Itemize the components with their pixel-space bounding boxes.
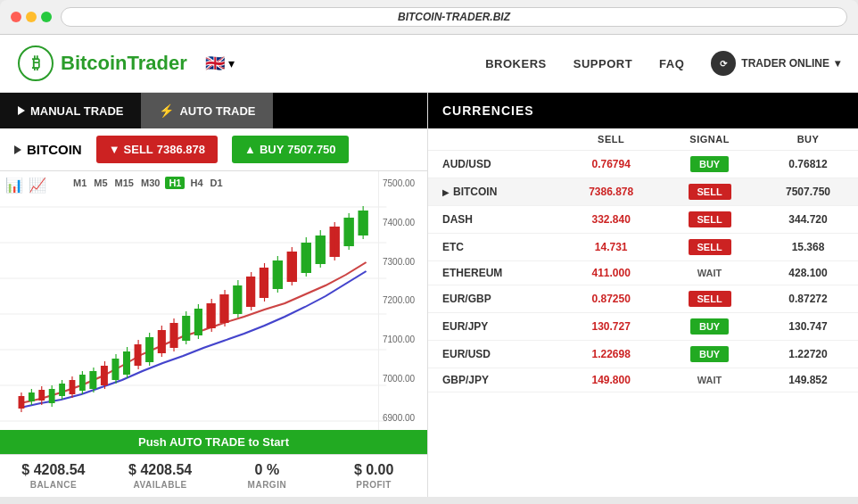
signal-cell[interactable]: SELL (661, 178, 758, 206)
nav-support[interactable]: SUPPORT (573, 57, 632, 70)
logo-text-bitcoin: Bitcoin (61, 52, 128, 74)
currency-name: ETC (442, 241, 464, 253)
trader-online[interactable]: ⟳ TRADER ONLINE ▾ (711, 51, 840, 76)
signal-cell[interactable]: SELL (661, 234, 758, 261)
signal-sell-badge[interactable]: SELL (689, 211, 731, 227)
signal-cell[interactable]: BUY (661, 313, 758, 341)
dot-red[interactable] (11, 12, 21, 22)
sell-value: 7386.878 (589, 186, 633, 198)
buy-value: 0.87272 (788, 293, 827, 305)
table-row[interactable]: EUR/JPY130.727BUY130.747 (428, 313, 858, 341)
buy-value-cell: 7507.750 (758, 178, 858, 206)
sell-value-cell: 7386.878 (561, 178, 661, 206)
price-7500: 7500.00 (383, 178, 424, 188)
price-scale: 7500.00 7400.00 7300.00 7200.00 7100.00 … (378, 171, 427, 430)
trader-online-label: TRADER ONLINE (741, 57, 829, 70)
signal-buy-badge[interactable]: BUY (690, 346, 729, 362)
dot-green[interactable] (41, 12, 52, 22)
browser-url[interactable]: BITCOIN-TRADER.BIZ (61, 7, 847, 27)
tf-m15[interactable]: M15 (113, 177, 136, 189)
signal-sell-badge[interactable]: SELL (689, 184, 731, 200)
logo-text: BitcoinTrader (61, 52, 187, 75)
buy-value: 0.76812 (788, 158, 827, 170)
signal-cell[interactable]: SELL (661, 206, 758, 234)
buy-value-cell: 1.22720 (758, 341, 858, 368)
dot-yellow[interactable] (26, 12, 37, 22)
buy-button[interactable]: ▲ BUY7507.750 (232, 136, 349, 163)
flag-selector[interactable]: 🇬🇧 ▾ (205, 54, 235, 73)
available-value: $ 4208.54 (107, 462, 214, 478)
table-row[interactable]: ETHEREUM411.000WAIT428.100 (428, 261, 858, 285)
table-row[interactable]: GBP/JPY149.800WAIT149.852 (428, 368, 858, 392)
currency-name-cell: GBP/JPY (428, 368, 561, 392)
table-row[interactable]: EUR/USD1.22698BUY1.22720 (428, 341, 858, 368)
signal-buy-badge[interactable]: BUY (690, 318, 729, 335)
auto-trade-push-bar[interactable]: Push AUTO TRADE to Start (0, 430, 427, 454)
tab-auto-trade[interactable]: ⚡ AUTO TRADE (141, 93, 273, 128)
sell-value: 1.22698 (591, 348, 630, 360)
signal-buy-badge[interactable]: BUY (690, 156, 729, 172)
currency-name-cell: ETHEREUM (428, 261, 561, 285)
tf-m1[interactable]: M1 (71, 177, 88, 189)
tf-h4[interactable]: H4 (188, 177, 204, 189)
lightning-icon: ⚡ (159, 103, 174, 118)
nav-faq[interactable]: FAQ (659, 57, 684, 70)
signal-cell[interactable]: WAIT (661, 368, 758, 392)
table-row[interactable]: DASH332.840SELL344.720 (428, 206, 858, 234)
currency-name-cell: DASH (428, 206, 561, 234)
buy-value: 1.22720 (788, 348, 827, 360)
signal-cell[interactable]: WAIT (661, 261, 758, 285)
sell-button[interactable]: ▼ SELL7386.878 (96, 136, 218, 163)
currency-name: EUR/USD (442, 348, 491, 360)
sell-value: 0.87250 (591, 293, 630, 305)
currency-name: GBP/JPY (442, 374, 489, 386)
currency-name: DASH (442, 213, 473, 226)
tf-d1[interactable]: D1 (209, 177, 225, 189)
signal-sell-badge[interactable]: SELL (689, 291, 731, 307)
signal-sell-badge[interactable]: SELL (689, 239, 731, 255)
buy-value-cell: 149.852 (758, 368, 858, 392)
tf-m5[interactable]: M5 (92, 177, 109, 189)
right-panel: CURRENCIES SELL SIGNAL BUY AUD/USD0.7679… (428, 93, 858, 497)
chart-candlestick-icon[interactable]: 📈 (29, 177, 46, 194)
sell-value-cell: 332.840 (561, 206, 661, 234)
price-7200: 7200.00 (383, 295, 424, 305)
signal-wait-text: WAIT (697, 375, 722, 385)
tf-h1[interactable]: H1 (165, 177, 185, 189)
header-nav: BROKERS SUPPORT FAQ ⟳ TRADER ONLINE ▾ (485, 51, 840, 76)
currency-name-cell: EUR/JPY (428, 313, 561, 341)
currencies-table: SELL SIGNAL BUY AUD/USD0.76794BUY0.76812… (428, 128, 858, 392)
table-row[interactable]: EUR/GBP0.87250SELL0.87272 (428, 285, 858, 313)
table-row[interactable]: AUD/USD0.76794BUY0.76812 (428, 151, 858, 178)
margin-value: 0 % (214, 462, 321, 478)
sell-label: SELL (124, 143, 153, 156)
nav-brokers[interactable]: BROKERS (485, 57, 547, 70)
currency-name-cell: ETC (428, 234, 561, 261)
trader-online-icon: ⟳ (711, 51, 736, 76)
buy-price: 7507.750 (287, 143, 335, 156)
table-row[interactable]: ▶BITCOIN7386.878SELL7507.750 (428, 178, 858, 206)
manual-triangle-icon (18, 106, 25, 115)
signal-cell[interactable]: BUY (661, 341, 758, 368)
sell-value-cell: 411.000 (561, 261, 661, 285)
buy-value: 428.100 (788, 267, 827, 279)
signal-cell[interactable]: BUY (661, 151, 758, 178)
sell-value-cell: 14.731 (561, 234, 661, 261)
row-arrow-icon: ▶ (442, 187, 450, 197)
available-label: AVAILABLE (107, 480, 214, 490)
buy-value-cell: 0.87272 (758, 285, 858, 313)
chart-bar-icon[interactable]: 📊 (5, 177, 23, 194)
table-row[interactable]: ETC14.731SELL15.368 (428, 234, 858, 261)
buy-value-cell: 428.100 (758, 261, 858, 285)
left-panel: MANUAL TRADE ⚡ AUTO TRADE BITCOIN ▼ SELL… (0, 93, 428, 497)
tf-m30[interactable]: M30 (139, 177, 161, 189)
tab-manual-trade[interactable]: MANUAL TRADE (0, 93, 141, 128)
flag-dropdown-icon: ▾ (228, 56, 235, 70)
buy-label: BUY (260, 143, 284, 156)
signal-cell[interactable]: SELL (661, 285, 758, 313)
col-buy: BUY (758, 128, 858, 151)
sell-value: 14.731 (595, 241, 628, 253)
buy-value-cell: 130.747 (758, 313, 858, 341)
browser-dots (11, 12, 52, 22)
sell-value: 411.000 (591, 267, 630, 279)
